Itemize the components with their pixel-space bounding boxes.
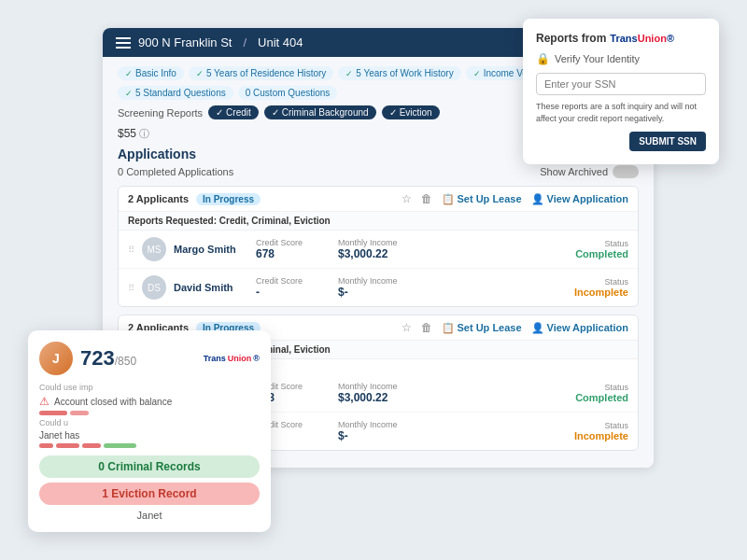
star-icon[interactable]: ☆ bbox=[402, 192, 412, 205]
app-card-1-header: 2 Applicants In Progress ☆ 🗑 📋 Set Up Le… bbox=[119, 187, 638, 212]
tenant-name: Janet bbox=[39, 510, 260, 521]
trash-icon[interactable]: 🗑 bbox=[421, 321, 432, 334]
hamburger-menu[interactable] bbox=[116, 37, 131, 49]
tag-work: ✓ 5 Years of Work History bbox=[338, 66, 460, 80]
credit-score-label: Credit Score bbox=[256, 238, 331, 247]
price-value: $55 bbox=[118, 127, 136, 140]
star-icon[interactable]: ☆ bbox=[402, 321, 412, 334]
lock-icon: 🔒 bbox=[536, 52, 550, 65]
eviction-records-badge: 1 Eviction Record bbox=[39, 483, 260, 505]
lease-icon: 📋 bbox=[442, 322, 455, 334]
check-icon: ✓ bbox=[125, 69, 133, 78]
credit-score-label: Credit Score bbox=[256, 276, 331, 286]
tag-custom: 0 Custom Questions bbox=[238, 86, 338, 100]
credit-score-group-1-1: Credit Score 678 bbox=[256, 238, 331, 260]
status-label: Status bbox=[574, 277, 628, 287]
income-value-1-1: $3,000.22 bbox=[338, 247, 413, 260]
status-label: Status bbox=[575, 239, 628, 248]
drag-handle[interactable]: ⠿ bbox=[128, 283, 134, 293]
status-group-1-2: Status Incomplete bbox=[574, 277, 628, 298]
applicant-name-1-2: David Smith bbox=[174, 282, 248, 293]
check-icon: ✓ bbox=[473, 69, 481, 78]
income-group-2-2: Monthly Income $- bbox=[338, 420, 413, 442]
section-title: Applications bbox=[118, 147, 196, 161]
person-icon: 👤 bbox=[531, 322, 544, 334]
bar-seg-2-red2 bbox=[56, 443, 79, 448]
reports-requested-1: Reports Requested: Credit, Criminal, Evi… bbox=[119, 212, 638, 231]
archived-toggle[interactable] bbox=[613, 165, 639, 178]
card-actions-2: ☆ 🗑 📋 Set Up Lease 👤 View Application bbox=[402, 321, 629, 334]
card-actions-1: ☆ 🗑 📋 Set Up Lease 👤 View Application bbox=[402, 192, 629, 205]
applicants-label-1: 2 Applicants bbox=[128, 193, 189, 204]
note-text-2: Janet has bbox=[39, 430, 79, 441]
set-up-lease-link-1[interactable]: 📋 Set Up Lease bbox=[442, 193, 522, 205]
view-application-link-1[interactable]: 👤 View Application bbox=[531, 193, 628, 205]
bar-seg-2-green bbox=[104, 443, 136, 448]
reports-panel-title: Reports from TransUnion® bbox=[536, 32, 706, 45]
income-group-1-1: Monthly Income $3,000.22 bbox=[338, 238, 413, 260]
person-icon: 👤 bbox=[531, 193, 544, 205]
note-item-2: Janet has bbox=[39, 430, 260, 441]
status-group-1-1: Status Completed bbox=[575, 239, 628, 259]
applicant-row-1-2: ⠿ DS David Smith Credit Score - Monthly … bbox=[119, 269, 638, 306]
income-group-2-1: Monthly Income $3,000.22 bbox=[338, 382, 413, 404]
bar-row-1 bbox=[39, 411, 260, 415]
trash-icon[interactable]: 🗑 bbox=[421, 192, 432, 205]
transunion-logo: TransUnion® bbox=[610, 33, 674, 44]
income-label: Monthly Income bbox=[338, 238, 413, 247]
tag-credit: ✓ Credit bbox=[208, 105, 259, 119]
unit-text: Unit 404 bbox=[258, 35, 303, 49]
bar-row-2 bbox=[39, 443, 260, 448]
status-value-2-2: Incomplete bbox=[574, 430, 628, 441]
avatar-1-1: MS bbox=[142, 237, 166, 261]
status-group-2-2: Status Incomplete bbox=[574, 421, 628, 441]
app-card-1: 2 Applicants In Progress ☆ 🗑 📋 Set Up Le… bbox=[118, 186, 639, 307]
address-text: 900 N Franklin St bbox=[138, 35, 232, 49]
info-icon: ⓘ bbox=[139, 128, 149, 139]
credit-score-value-1-1: 678 bbox=[256, 247, 331, 260]
submit-ssn-button[interactable]: SUBMIT SSN bbox=[629, 132, 706, 151]
completed-count: 0 Completed Applications bbox=[118, 166, 233, 177]
lease-icon: 📋 bbox=[442, 193, 455, 205]
drag-handle[interactable]: ⠿ bbox=[128, 245, 134, 255]
could-use-1: Could use imp bbox=[39, 383, 260, 392]
status-value-1-2: Incomplete bbox=[574, 287, 628, 298]
income-label: Monthly Income bbox=[338, 276, 413, 286]
note-item-1: ⚠ Account closed with balance bbox=[39, 395, 260, 408]
tag-criminal: ✓ Criminal Background bbox=[264, 105, 376, 119]
income-label: Monthly Income bbox=[338, 382, 413, 391]
status-badge-1: In Progress bbox=[196, 193, 261, 205]
status-value-1-1: Completed bbox=[575, 248, 628, 259]
show-archived: Show Archived bbox=[540, 165, 639, 178]
status-value-2-1: Completed bbox=[575, 392, 628, 403]
completed-row: 0 Completed Applications Show Archived bbox=[118, 165, 639, 178]
bar-seg-lightred bbox=[70, 411, 89, 415]
check-icon: ✓ bbox=[125, 89, 133, 98]
breadcrumb-separator: / bbox=[243, 35, 247, 49]
applicant-row-1-1: ⠿ MS Margo Smith Credit Score 678 Monthl… bbox=[119, 231, 638, 269]
soft-inquiry-note: These reports are a soft inquiry and wil… bbox=[536, 101, 706, 124]
ssn-input[interactable] bbox=[536, 73, 706, 95]
note-text-1: Account closed with balance bbox=[54, 397, 172, 407]
bar-seg-2-red3 bbox=[82, 443, 101, 448]
set-up-lease-link-2[interactable]: 📋 Set Up Lease bbox=[442, 322, 522, 334]
tenant-avatar: J bbox=[39, 342, 73, 375]
tenant-score-max: /850 bbox=[115, 355, 136, 368]
tenant-card: J 723/850 TransUnion® Could use imp ⚠ Ac… bbox=[28, 330, 271, 532]
screening-label: Screening Reports bbox=[118, 107, 203, 119]
warning-icon: ⚠ bbox=[39, 395, 49, 408]
tu-small-logo: TransUnion® bbox=[204, 354, 260, 363]
could-use-2: Could u bbox=[39, 418, 260, 427]
view-application-link-2[interactable]: 👤 View Application bbox=[531, 322, 628, 334]
credit-score-group-1-2: Credit Score - bbox=[256, 276, 331, 299]
tag-residence: ✓ 5 Years of Residence History bbox=[189, 66, 333, 80]
criminal-records-badge: 0 Criminal Records bbox=[39, 455, 260, 478]
tenant-score: 723 bbox=[80, 346, 115, 370]
score-block: 723/850 bbox=[80, 346, 136, 371]
bar-seg-red bbox=[39, 411, 67, 415]
bar-seg-2-red bbox=[39, 443, 53, 448]
tag-basic-info: ✓ Basic Info bbox=[118, 66, 184, 80]
income-value-1-2: $- bbox=[338, 286, 413, 299]
avatar-1-2: DS bbox=[142, 275, 166, 300]
check-icon: ✓ bbox=[345, 69, 353, 78]
